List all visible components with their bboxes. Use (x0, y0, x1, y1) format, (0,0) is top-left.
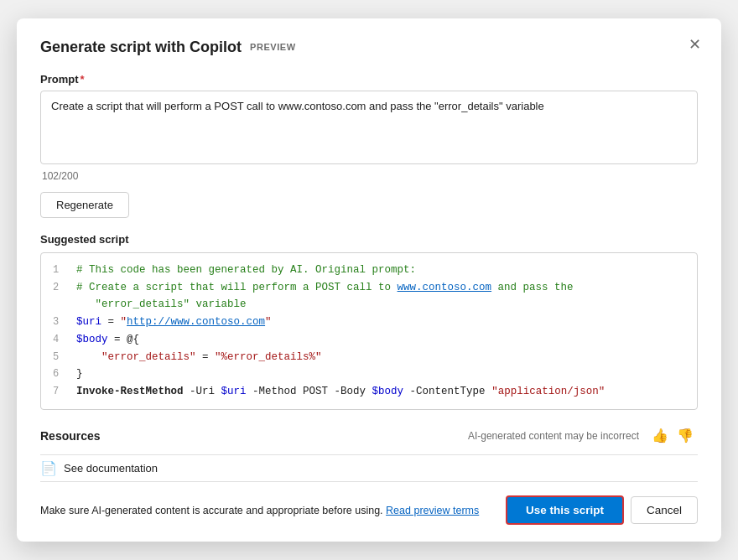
code-line-6: 6 } (53, 366, 685, 383)
footer-note: Make sure AI-generated content is accura… (40, 505, 496, 516)
see-docs-row: 📄 See documentation (40, 454, 698, 482)
resources-section: Resources AI-generated content may be in… (40, 425, 698, 446)
required-star: * (81, 73, 85, 86)
code-line-2: 2 # Create a script that will perform a … (53, 279, 685, 314)
preview-badge: PREVIEW (250, 42, 296, 52)
see-docs-label: See documentation (64, 462, 158, 474)
code-line-3: 3 $uri = "http://www.contoso.com" (53, 314, 685, 331)
resources-title: Resources (40, 429, 468, 443)
regenerate-button[interactable]: Regenerate (40, 192, 129, 218)
prompt-textarea[interactable]: Create a script that will perform a POST… (40, 91, 698, 164)
char-count: 102/200 (40, 170, 698, 182)
thumbs-down-button[interactable]: 👎 (673, 425, 698, 446)
cancel-button[interactable]: Cancel (631, 496, 698, 524)
contoso-link-uri[interactable]: http://www.contoso.com (127, 316, 265, 328)
code-line-7: 7 Invoke-RestMethod -Uri $uri -Method PO… (53, 383, 685, 401)
suggested-script-label: Suggested script (40, 233, 698, 246)
use-script-button[interactable]: Use this script (506, 495, 624, 525)
code-box: 1 # This code has been generated by AI. … (40, 252, 698, 410)
read-preview-terms-link[interactable]: Read preview terms (386, 505, 479, 516)
code-line-1: 1 # This code has been generated by AI. … (53, 262, 685, 279)
code-line-4: 4 $body = @{ (53, 331, 685, 349)
prompt-section: Prompt* Create a script that will perfor… (40, 73, 698, 182)
thumbs-up-button[interactable]: 👍 (647, 425, 673, 446)
ai-note: AI-generated content may be incorrect (468, 430, 639, 442)
code-line-5: 5 "error_details" = "%error_details%" (53, 349, 685, 366)
prompt-label: Prompt* (40, 73, 698, 86)
contoso-link-comment[interactable]: www.contoso.com (398, 282, 492, 293)
document-icon: 📄 (40, 460, 57, 476)
dialog-header: Generate script with Copilot PREVIEW ✕ (40, 39, 698, 56)
generate-script-dialog: Generate script with Copilot PREVIEW ✕ P… (17, 18, 721, 542)
close-button[interactable]: ✕ (683, 34, 706, 55)
footer-row: Make sure AI-generated content is accura… (40, 495, 698, 525)
dialog-title: Generate script with Copilot (40, 39, 242, 56)
